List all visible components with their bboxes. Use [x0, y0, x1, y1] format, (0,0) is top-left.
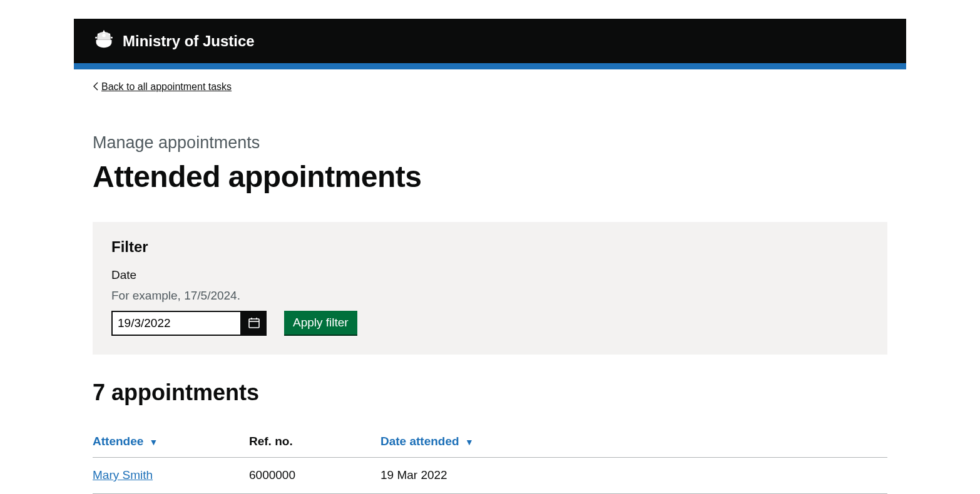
svg-point-3 [95, 37, 97, 39]
sort-attendee[interactable]: Attendee ▼ [93, 435, 158, 448]
crest-icon [93, 29, 123, 53]
date-hint: For example, 17/5/2024. [111, 288, 869, 304]
date-input[interactable] [111, 311, 242, 336]
filter-panel: Filter Date For example, 17/5/2024. [93, 222, 887, 355]
site-header: Ministry of Justice [74, 19, 906, 63]
back-link[interactable]: Back to all appointment tasks [101, 81, 232, 94]
org-name: Ministry of Justice [123, 31, 255, 51]
date-cell: 19 Mar 2022 [380, 457, 887, 493]
sort-arrow-icon: ▼ [150, 437, 158, 447]
calendar-button[interactable] [242, 311, 267, 336]
col-date-label: Date attended [380, 435, 459, 448]
filter-heading: Filter [111, 237, 869, 256]
calendar-icon [248, 316, 260, 331]
results-heading: 7 appointments [93, 378, 887, 408]
apply-filter-button[interactable]: Apply filter [284, 311, 357, 336]
header-accent-strip [74, 63, 906, 69]
svg-point-4 [111, 37, 113, 39]
table-row: Mary Smith 6000000 19 Mar 2022 [93, 457, 887, 493]
ref-cell: 6000000 [249, 457, 380, 493]
date-label: Date [111, 268, 869, 283]
sort-arrow-icon: ▼ [465, 437, 474, 447]
page-title: Attended appointments [93, 158, 887, 196]
chevron-left-icon [93, 79, 99, 95]
svg-point-2 [108, 33, 110, 35]
svg-rect-5 [249, 319, 259, 328]
page-caption: Manage appointments [93, 132, 887, 154]
svg-point-1 [98, 33, 100, 35]
appointments-table: Attendee ▼ Ref. no. Date attended ▼ [93, 426, 887, 494]
sort-date[interactable]: Date attended ▼ [380, 435, 474, 448]
attendee-link[interactable]: Mary Smith [93, 468, 153, 481]
col-attendee-label: Attendee [93, 435, 143, 448]
col-ref-label: Ref. no. [249, 435, 293, 448]
